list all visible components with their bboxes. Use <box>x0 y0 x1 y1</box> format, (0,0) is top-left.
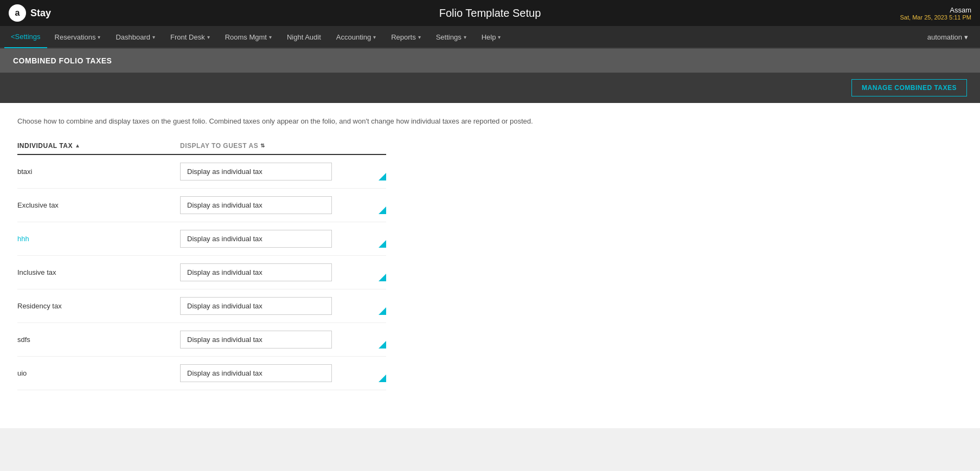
action-bar: MANAGE COMBINED TAXES <box>0 73 980 103</box>
tax-select-wrapper: Display as individual tax <box>180 331 386 349</box>
tax-name: Inclusive tax <box>17 268 180 276</box>
chevron-down-icon: ▾ <box>464 34 466 40</box>
manage-combined-taxes-button[interactable]: MANAGE COMBINED TAXES <box>851 79 967 96</box>
tax-name: sdfs <box>17 335 180 344</box>
app-name: Stay <box>30 8 51 19</box>
nav-item-frontdesk[interactable]: Front Desk ▾ <box>163 25 217 48</box>
tax-name: uio <box>17 369 180 377</box>
nav-item-nightaudit[interactable]: Night Audit <box>279 25 329 48</box>
col-tax-label: INDIVIDUAL TAX <box>17 142 73 150</box>
col-display-label: DISPLAY TO GUEST AS <box>180 142 258 150</box>
chevron-down-icon: ▾ <box>418 34 421 40</box>
username: Assam <box>950 6 971 14</box>
table-row: btaxiDisplay as individual tax <box>17 155 386 189</box>
main-content: Choose how to combine and display taxes … <box>0 103 980 428</box>
chevron-down-icon <box>371 297 386 315</box>
table-row: sdfsDisplay as individual tax <box>17 323 386 357</box>
chevron-down-icon: ▾ <box>152 34 155 40</box>
nav-item-reservations[interactable]: Reservations ▾ <box>47 25 108 48</box>
chevron-down-icon <box>371 230 386 248</box>
settings-back-link[interactable]: Settings <box>4 25 47 48</box>
nav-label-frontdesk: Front Desk <box>170 33 205 41</box>
sort-icon: ▲ <box>75 143 80 149</box>
tax-name: btaxi <box>17 167 180 176</box>
chevron-down-icon: ▾ <box>207 34 210 40</box>
navbar: Settings Reservations ▾ Dashboard ▾ Fron… <box>0 26 980 49</box>
settings-label: Settings <box>15 33 41 41</box>
display-select[interactable]: Display as individual tax <box>180 331 332 349</box>
tax-table: INDIVIDUAL TAX ▲ DISPLAY TO GUEST AS ⇅ b… <box>17 142 386 390</box>
display-select[interactable]: Display as individual tax <box>180 297 332 315</box>
table-header: INDIVIDUAL TAX ▲ DISPLAY TO GUEST AS ⇅ <box>17 142 386 155</box>
nav-item-roomsmgmt[interactable]: Rooms Mgmt ▾ <box>217 25 279 48</box>
logo-icon: a <box>9 4 26 22</box>
display-select[interactable]: Display as individual tax <box>180 163 332 180</box>
table-row: Inclusive taxDisplay as individual tax <box>17 256 386 289</box>
nav-label-reports: Reports <box>391 33 416 41</box>
page-title: Folio Template Setup <box>439 7 541 20</box>
nav-label-help: Help <box>482 33 496 41</box>
nav-item-dashboard[interactable]: Dashboard ▾ <box>108 25 163 48</box>
col-tax-header: INDIVIDUAL TAX ▲ <box>17 142 180 150</box>
display-select[interactable]: Display as individual tax <box>180 263 332 281</box>
display-select[interactable]: Display as individual tax <box>180 230 332 248</box>
tax-select-wrapper: Display as individual tax <box>180 230 386 248</box>
section-title: COMBINED FOLIO TAXES <box>13 56 112 65</box>
nav-item-settings[interactable]: Settings ▾ <box>428 25 474 48</box>
tax-select-wrapper: Display as individual tax <box>180 163 386 180</box>
nav-label-settings: Settings <box>436 33 462 41</box>
nav-label-nightaudit: Night Audit <box>287 33 321 41</box>
datetime: Sat, Mar 25, 2023 5:11 PM <box>900 14 971 21</box>
chevron-down-icon: ▾ <box>98 34 100 40</box>
tax-select-wrapper: Display as individual tax <box>180 196 386 214</box>
nav-item-help[interactable]: Help ▾ <box>474 25 509 48</box>
chevron-down-icon: ▾ <box>498 34 501 40</box>
tax-name[interactable]: hhh <box>17 235 180 243</box>
user-info: Assam Sat, Mar 25, 2023 5:11 PM <box>900 6 971 21</box>
logo-letter: a <box>15 8 20 18</box>
chevron-down-icon: ▾ <box>373 34 376 40</box>
chevron-down-icon <box>371 331 386 349</box>
nav-item-automation[interactable]: automation ▾ <box>920 25 976 48</box>
chevron-down-icon <box>371 163 386 180</box>
chevron-down-icon: ▾ <box>964 33 968 41</box>
tax-rows-container: btaxiDisplay as individual taxExclusive … <box>17 155 386 390</box>
nav-label-reservations: Reservations <box>55 33 96 41</box>
col-display-header: DISPLAY TO GUEST AS ⇅ <box>180 142 386 150</box>
table-row: uioDisplay as individual tax <box>17 357 386 390</box>
tax-select-wrapper: Display as individual tax <box>180 364 386 382</box>
display-select[interactable]: Display as individual tax <box>180 364 332 382</box>
tax-select-wrapper: Display as individual tax <box>180 297 386 315</box>
nav-item-accounting[interactable]: Accounting ▾ <box>329 25 383 48</box>
table-row: hhhDisplay as individual tax <box>17 222 386 256</box>
tax-select-wrapper: Display as individual tax <box>180 263 386 281</box>
tax-name: Exclusive tax <box>17 201 180 209</box>
chevron-down-icon: ▾ <box>269 34 272 40</box>
logo: a Stay <box>9 4 51 22</box>
chevron-down-icon <box>371 364 386 382</box>
nav-item-reports[interactable]: Reports ▾ <box>383 25 428 48</box>
tax-name: Residency tax <box>17 302 180 310</box>
nav-label-roomsmgmt: Rooms Mgmt <box>225 33 267 41</box>
topbar: a Stay Folio Template Setup Assam Sat, M… <box>0 0 980 26</box>
section-header: COMBINED FOLIO TAXES <box>0 49 980 73</box>
table-row: Residency taxDisplay as individual tax <box>17 289 386 323</box>
sort-icon: ⇅ <box>260 143 265 149</box>
description: Choose how to combine and display taxes … <box>17 116 963 127</box>
nav-items: Reservations ▾ Dashboard ▾ Front Desk ▾ … <box>47 25 920 48</box>
chevron-down-icon <box>371 263 386 281</box>
nav-label-dashboard: Dashboard <box>116 33 150 41</box>
nav-label-automation: automation <box>927 33 962 41</box>
table-row: Exclusive taxDisplay as individual tax <box>17 189 386 222</box>
display-select[interactable]: Display as individual tax <box>180 196 332 214</box>
nav-label-accounting: Accounting <box>336 33 371 41</box>
chevron-down-icon <box>371 196 386 214</box>
